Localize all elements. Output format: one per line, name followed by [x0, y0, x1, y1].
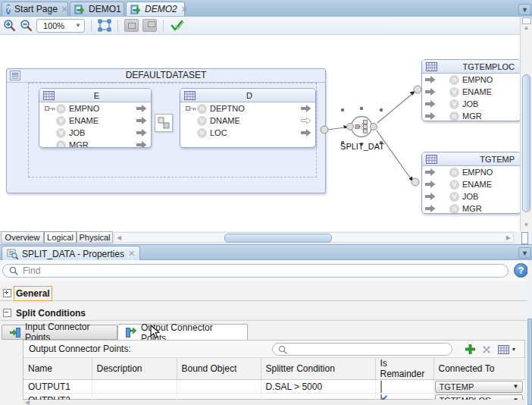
- scrollbar-thumb[interactable]: [527, 319, 532, 405]
- properties-body: General Split Conditions Input Connector…: [0, 281, 532, 405]
- canvas-horizontal-scrollbar[interactable]: ◀ ▶: [114, 232, 514, 243]
- table-caption: Output Connector Points:: [29, 344, 131, 354]
- scroll-up-icon[interactable]: ▲: [521, 24, 532, 31]
- cell-description[interactable]: [92, 380, 177, 394]
- tgtemp-input-port[interactable]: [412, 178, 419, 186]
- properties-vertical-scrollbar[interactable]: [527, 260, 532, 405]
- delete-row-button[interactable]: [480, 343, 493, 356]
- dataset-output-port[interactable]: [321, 126, 328, 133]
- link-splitter-to-tgtemploc[interactable]: [377, 91, 415, 123]
- connector-overlay: [0, 35, 520, 231]
- collapse-components-icon: [124, 19, 139, 32]
- section-title: General: [16, 288, 50, 299]
- link-splitter-to-tgtemp[interactable]: [377, 130, 413, 182]
- toolbar-separator: [163, 20, 164, 32]
- scrollbar-thumb[interactable]: [224, 234, 332, 243]
- panel-tab-chevron-icon[interactable]: ▼: [518, 247, 531, 259]
- table-options-button[interactable]: [496, 343, 510, 356]
- help-button[interactable]: ?: [514, 263, 528, 278]
- splitter-grip[interactable]: [521, 232, 528, 244]
- col-description[interactable]: Description: [92, 358, 177, 380]
- cell-bound-object[interactable]: [177, 380, 261, 394]
- output-connector-icon: [126, 328, 136, 338]
- col-splitter-condition[interactable]: Splitter Condition: [261, 358, 375, 380]
- close-icon[interactable]: ✕: [61, 5, 68, 14]
- scroll-left-icon[interactable]: ◀: [117, 234, 121, 241]
- toolbar-separator: [117, 20, 118, 32]
- find-input[interactable]: Find: [2, 264, 509, 278]
- chevron-down-icon: ▼: [513, 383, 519, 390]
- help-page-icon: ?: [6, 4, 11, 14]
- close-icon[interactable]: ✕: [181, 5, 188, 14]
- col-name[interactable]: Name: [23, 358, 92, 380]
- tab-output-connector-points[interactable]: Output Connector Points: [117, 324, 248, 341]
- mapping-canvas[interactable]: DEFAULTDATASET E n EMPNO: [0, 35, 520, 231]
- tab-label: Overview: [5, 233, 40, 242]
- table-caption-row: Output Connector Points: ▼: [23, 341, 524, 358]
- tab-start-page[interactable]: ? Start Page ✕: [2, 2, 68, 16]
- search-icon: [9, 266, 18, 275]
- zoom-in-icon[interactable]: [3, 19, 16, 32]
- expand-components-icon: [142, 19, 157, 32]
- zoom-out-icon[interactable]: [20, 19, 33, 32]
- splitter-label[interactable]: SPLIT_DAT: [336, 142, 388, 151]
- cell-splitter-condition[interactable]: D.SAL > 5000: [261, 380, 375, 394]
- properties-tab-bar: SPLIT_DATA - Properties ✕ ▼: [0, 244, 532, 260]
- tab-split-data-properties[interactable]: SPLIT_DATA - Properties ✕: [2, 246, 140, 261]
- zoom-level-value: 100%: [43, 21, 64, 30]
- zoom-level-combo[interactable]: 100% ▼: [36, 19, 85, 33]
- cell-name[interactable]: OUTPUT1: [23, 380, 92, 394]
- connected-to-dropdown[interactable]: TGTEMP ▼: [435, 381, 523, 393]
- input-connector-icon: [10, 328, 20, 338]
- close-icon[interactable]: ✕: [128, 250, 135, 258]
- mouse-cursor: [150, 325, 160, 339]
- tab-label: DEMO1: [89, 4, 121, 14]
- splitter-input-port[interactable]: [347, 124, 354, 130]
- table-options-chevron-icon[interactable]: ▼: [510, 343, 518, 356]
- tab-physical[interactable]: Physical: [77, 231, 113, 243]
- col-connected-to[interactable]: Connected To: [433, 358, 524, 380]
- section-title: Split Conditions: [16, 308, 86, 319]
- canvas-vertical-scrollbar[interactable]: ▲ ▼: [520, 17, 532, 231]
- table-row[interactable]: OUTPUT1 D.SAL > 5000 TGTEMP ▼: [23, 380, 524, 394]
- tab-logical[interactable]: Logical: [44, 231, 77, 243]
- tab-list-chevron-icon[interactable]: ▼: [518, 4, 531, 15]
- collapse-icon[interactable]: [3, 309, 11, 317]
- scroll-right-icon[interactable]: ▶: [506, 234, 511, 241]
- section-general[interactable]: General: [0, 286, 527, 301]
- splitter-output-port[interactable]: [371, 124, 377, 130]
- document-tab-bar: ? Start Page ✕ DEMO1 ✕ DEMO2 ✕ ▼: [0, 0, 532, 17]
- tab-overview[interactable]: Overview: [1, 231, 44, 243]
- tab-demo2[interactable]: DEMO2 ✕: [126, 2, 185, 16]
- scroll-down-icon[interactable]: ▼: [521, 221, 532, 228]
- table-header-row: Name Description Bound Object Splitter C…: [23, 358, 524, 380]
- find-row: Find ?: [0, 260, 532, 281]
- add-row-button[interactable]: [463, 343, 477, 356]
- tab-label: SPLIT_DATA - Properties: [22, 249, 124, 259]
- is-remainder-checkbox[interactable]: [380, 381, 382, 393]
- find-placeholder: Find: [23, 265, 40, 276]
- select-fit-icon[interactable]: [98, 19, 111, 32]
- expand-icon[interactable]: [3, 289, 11, 297]
- scrollbar-thumb[interactable]: [522, 74, 530, 212]
- scrollbar-top-box: [522, 17, 531, 24]
- odi-mapping-window: ? Start Page ✕ DEMO1 ✕ DEMO2 ✕ ▼ 1: [0, 0, 532, 405]
- link-dataset-to-splitter[interactable]: [327, 125, 349, 130]
- splitter-node[interactable]: [347, 117, 377, 137]
- tab-label: Physical: [80, 233, 111, 242]
- mapping-icon: [130, 5, 141, 14]
- col-bound-object[interactable]: Bound Object: [177, 358, 261, 380]
- col-is-remainder[interactable]: Is Remainder: [375, 358, 433, 380]
- section-split-conditions[interactable]: Split Conditions: [0, 306, 527, 321]
- tgtemploc-input-port[interactable]: [414, 86, 421, 93]
- properties-icon: [7, 249, 18, 259]
- mapping-icon: [74, 5, 85, 14]
- chevron-down-icon: ▼: [75, 22, 81, 29]
- tab-demo1[interactable]: DEMO1 ✕: [70, 2, 124, 16]
- table-horizontal-scrollbar[interactable]: ◀: [23, 400, 525, 405]
- table-search-input[interactable]: [272, 343, 452, 356]
- dropdown-value: TGTEMP: [440, 382, 474, 391]
- output-connector-table-panel: Output Connector Points: ▼: [23, 340, 525, 400]
- validate-check-icon[interactable]: [170, 19, 185, 32]
- tab-input-connector-points[interactable]: Input Connector Points: [2, 325, 117, 340]
